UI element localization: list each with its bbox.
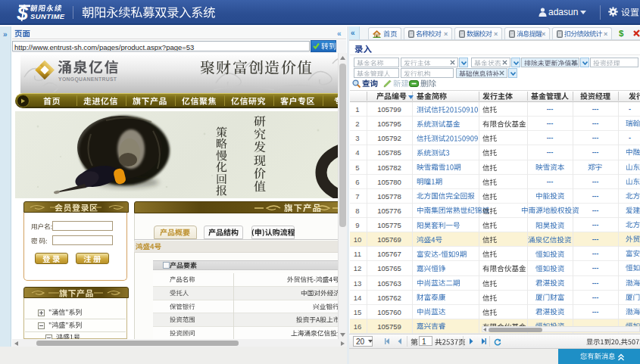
svg-text:$: $ (619, 29, 624, 38)
